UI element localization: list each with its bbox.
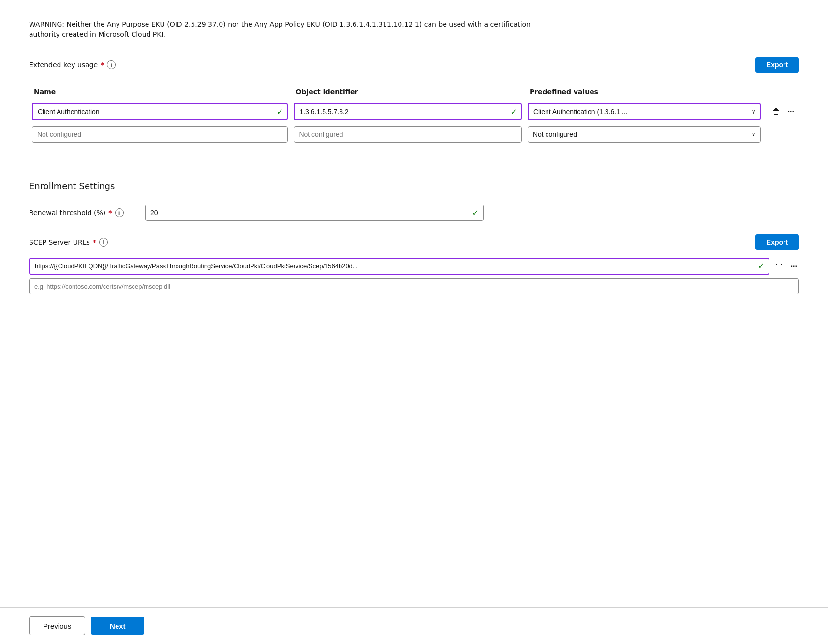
col-header-oid: Object Identifier (291, 84, 524, 100)
scep-required-star: * (93, 238, 96, 246)
eku-header-row: Extended key usage * i Export (29, 57, 799, 73)
name-input-row1[interactable] (32, 103, 288, 120)
renewal-check-icon: ✓ (473, 208, 479, 218)
renewal-label-text: Renewal threshold (%) (29, 209, 105, 217)
renewal-threshold-row: Renewal threshold (%) * i ✓ (29, 205, 799, 221)
scep-url-placeholder-input[interactable] (29, 278, 799, 294)
footer: Previous Next (0, 607, 828, 644)
renewal-info-icon[interactable]: i (115, 208, 124, 217)
predefined-cell-empty: Not configured ∨ (528, 126, 761, 143)
renewal-threshold-input[interactable] (145, 205, 484, 221)
predefined-select-empty[interactable]: Not configured (528, 126, 761, 143)
row1-actions: 🗑 ··· (767, 105, 796, 118)
scep-url-row2 (29, 278, 799, 294)
col-header-predefined: Predefined values (525, 84, 764, 100)
section-divider (29, 165, 799, 165)
scep-export-button[interactable]: Export (755, 234, 799, 250)
scep-url-wrapper: ✓ (29, 258, 769, 275)
oid-input-row1[interactable] (294, 103, 521, 120)
eku-label: Extended key usage * i (29, 60, 116, 69)
scep-url-row1: ✓ 🗑 ··· (29, 258, 799, 275)
name-check-row1: ✓ (277, 107, 283, 117)
table-row-empty: Not configured ∨ (29, 123, 799, 146)
enrollment-title: Enrollment Settings (29, 181, 799, 191)
renewal-label-group: Renewal threshold (%) * i (29, 208, 135, 217)
eku-required-star: * (101, 61, 104, 69)
delete-scep-url-button[interactable]: 🗑 (773, 260, 785, 273)
scep-url-input[interactable] (29, 258, 769, 275)
eku-label-text: Extended key usage (29, 61, 98, 69)
predefined-cell-row1: Client Authentication (1.3.6.1.... ∨ (528, 103, 761, 120)
warning-text: WARNING: Neither the Any Purpose EKU (OI… (29, 19, 561, 40)
scep-label-text: SCEP Server URLs (29, 238, 90, 246)
scep-url-check-icon: ✓ (758, 262, 764, 271)
name-cell-row1: ✓ (32, 103, 288, 120)
oid-check-row1: ✓ (510, 107, 517, 117)
next-button[interactable]: Next (91, 617, 144, 635)
table-row: ✓ ✓ Client Authentication (1.3.6.1.... ∨ (29, 100, 799, 124)
scep-info-icon[interactable]: i (99, 238, 108, 247)
previous-button[interactable]: Previous (29, 616, 85, 635)
predefined-select-row1[interactable]: Client Authentication (1.3.6.1.... (528, 103, 761, 120)
scep-label-group: SCEP Server URLs * i (29, 238, 135, 247)
renewal-required-star: * (108, 209, 112, 217)
more-scep-url-button[interactable]: ··· (789, 260, 799, 273)
eku-export-button[interactable]: Export (755, 57, 799, 73)
scep-header-row: SCEP Server URLs * i Export (29, 234, 799, 250)
name-input-empty[interactable] (32, 126, 288, 143)
eku-info-icon[interactable]: i (107, 60, 116, 69)
delete-row1-button[interactable]: 🗑 (770, 105, 782, 118)
oid-input-empty[interactable] (294, 126, 521, 143)
col-header-name: Name (29, 84, 291, 100)
more-row1-button[interactable]: ··· (786, 105, 796, 118)
eku-table: Name Object Identifier Predefined values… (29, 84, 799, 146)
renewal-input-wrapper: ✓ (145, 205, 484, 221)
oid-cell-row1: ✓ (294, 103, 521, 120)
